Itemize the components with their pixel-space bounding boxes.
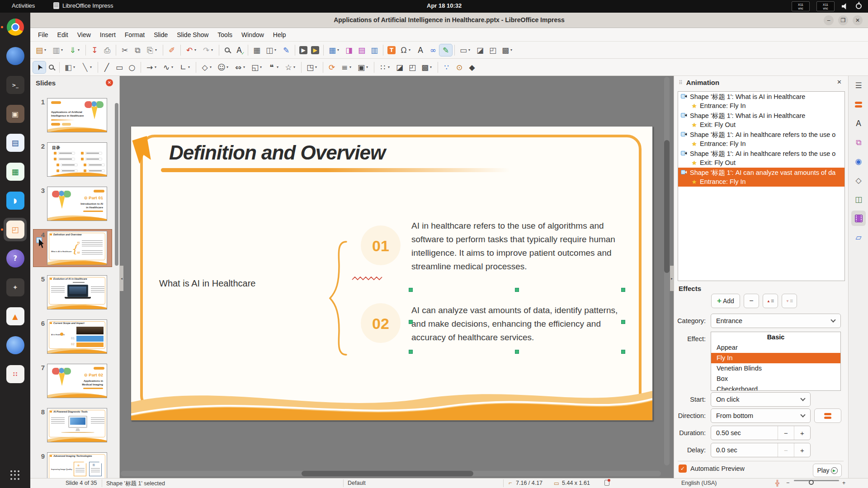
sidebar-tab-gallery[interactable]: ⧉ [849, 133, 868, 152]
delay-spinner[interactable]: 0.0 sec − + [711, 443, 811, 457]
shadow-button[interactable]: ◪ [474, 44, 486, 56]
insert-fontwork-button[interactable]: A [414, 44, 427, 56]
edit-points-button[interactable]: ∵ [440, 61, 453, 73]
automatic-preview-checkbox[interactable]: ✓ [679, 465, 687, 473]
dropdown-arrow-icon[interactable]: ▾ [274, 48, 278, 52]
crop-image-button[interactable]: ◰ [486, 44, 499, 56]
fit-slide-icon[interactable]: ╬ [775, 480, 779, 486]
dropdown-arrow-icon[interactable]: ▾ [468, 48, 472, 52]
focused-app-indicator[interactable]: LibreOffice Impress [53, 2, 113, 9]
minimize-button[interactable]: – [824, 15, 834, 25]
dropdown-arrow-icon[interactable]: ▾ [188, 65, 192, 69]
effect-option-checkerboard[interactable]: Checkerboard [711, 384, 840, 391]
dock-item-libreoffice-writer[interactable]: ▤ [0, 128, 30, 157]
zoom-and-pan-button[interactable] [46, 62, 57, 72]
item2-number[interactable]: 02 [361, 315, 401, 333]
menu-window[interactable]: Window [237, 29, 268, 40]
insert-special-character-button[interactable]: Ω▾ [397, 44, 414, 56]
rotate-button[interactable]: ⟳ [326, 61, 338, 73]
insert-hyperlink-button[interactable]: ∞ [427, 44, 439, 56]
animation-item-2[interactable]: Shape '标题 1': What is AI in Healthcare★E… [678, 111, 844, 130]
sidebar-tab-animation[interactable] [849, 209, 868, 228]
new-presentation-button[interactable]: ▤▾ [33, 44, 50, 56]
category-dropdown[interactable]: Entrance [711, 314, 841, 328]
slide-page[interactable]: Definition and Overview What is AI in He… [131, 126, 653, 421]
close-button[interactable]: ✕ [853, 15, 863, 25]
dropdown-arrow-icon[interactable]: ▾ [510, 48, 514, 52]
dropdown-arrow-icon[interactable]: ▾ [194, 48, 198, 52]
copy-button[interactable]: ⧉ [131, 44, 144, 56]
dropdown-arrow-icon[interactable]: ▾ [349, 65, 353, 69]
dropdown-arrow-icon[interactable]: ▾ [210, 65, 213, 69]
selection-handle[interactable] [621, 320, 625, 324]
menu-slide-show[interactable]: Slide Show [173, 29, 212, 40]
clone-formatting-button[interactable]: ✐ [165, 44, 178, 56]
menu-slide[interactable]: Slide [150, 29, 172, 40]
start-from-current-slide-button[interactable]: ▶ [309, 45, 321, 56]
save-button[interactable]: ⇓▾ [66, 44, 83, 56]
restore-button[interactable]: ❐ [838, 15, 848, 25]
dropdown-arrow-icon[interactable]: ▾ [337, 48, 341, 52]
menu-view[interactable]: View [73, 29, 95, 40]
ellipse-button[interactable]: ○ [126, 61, 138, 73]
slide-canvas-workspace[interactable]: Definition and Overview What is AI in He… [120, 76, 674, 478]
window-titlebar[interactable]: Applications of Artificial Intelligence … [30, 13, 868, 28]
slide-number-status[interactable]: Slide 4 of 35 [66, 480, 97, 486]
rectangle-button[interactable]: ▭ [113, 61, 126, 73]
dock-item-libreoffice-calc[interactable]: ▦ [0, 157, 30, 186]
slide-thumbnail-3[interactable]: ⊙ Part 01Introduction to AI in Healthcar… [47, 187, 107, 221]
slide-style-status[interactable]: Default [348, 480, 366, 486]
dropdown-arrow-icon[interactable]: ▾ [366, 65, 370, 69]
open-file-button[interactable]: ▥▾ [50, 44, 66, 56]
slide-row-9[interactable]: 9Advanced Imaging TechnologiesImproving … [33, 450, 112, 478]
block-arrows-button[interactable]: ⇔▾ [232, 61, 249, 73]
symbol-shapes-button[interactable]: ☺▾ [215, 61, 232, 73]
3d-objects-button[interactable]: ◳▾ [304, 61, 321, 73]
dropdown-arrow-icon[interactable]: ▾ [155, 48, 159, 52]
print-button[interactable]: ⎙ [101, 44, 113, 56]
toggle-extrusion-button[interactable]: ◆ [466, 61, 478, 73]
dock-item-terminal[interactable]: >_ [0, 70, 30, 99]
power-icon[interactable] [856, 3, 862, 9]
spelling-button[interactable]: A✓ [233, 44, 245, 56]
activities-button[interactable]: Activities [12, 2, 35, 9]
animation-item-5[interactable]: Shape '标题 1': AI can analyze vast amount… [678, 168, 844, 187]
flowchart-shapes-button[interactable]: ◱▾ [249, 61, 265, 73]
sidebar-tab-slide-transition[interactable]: ◫ [849, 190, 868, 209]
dropdown-arrow-icon[interactable]: ▾ [388, 65, 392, 69]
crop-button[interactable]: ◰ [406, 61, 419, 73]
distribute-button[interactable]: ∷▾ [377, 61, 393, 73]
basic-shapes-button[interactable]: ▭▾ [457, 44, 474, 56]
slides-panel-close-icon[interactable]: ✕ [106, 79, 113, 86]
duration-spinner[interactable]: 0.50 sec − + [711, 426, 811, 440]
dropdown-arrow-icon[interactable]: ▾ [73, 65, 77, 69]
volume-icon[interactable] [842, 3, 849, 9]
dock-item-chromium[interactable] [0, 331, 30, 360]
dropdown-arrow-icon[interactable]: ▾ [44, 48, 48, 52]
effect-options-button[interactable] [814, 408, 841, 423]
slide-row-1[interactable]: 1Applications of Artificial Intelligence… [33, 96, 112, 134]
insert-chart-button[interactable]: ▥ [368, 44, 381, 56]
export-pdf-button[interactable]: ↧ [88, 44, 101, 56]
insert-line-button[interactable]: ╱ [100, 61, 113, 73]
undo-button[interactable]: ↶▾ [183, 44, 200, 56]
dropdown-arrow-icon[interactable]: ▾ [90, 65, 94, 69]
remove-effect-button[interactable]: − [744, 294, 759, 308]
slide-row-6[interactable]: 6Current Scope and ImpactAI in Healthcar… [33, 318, 112, 356]
selection-handle[interactable] [515, 350, 519, 354]
fill-color-button[interactable]: ◧▾ [62, 61, 79, 73]
zoom-slider-track[interactable] [794, 480, 839, 481]
align-objects-button[interactable]: ≡▾ [338, 61, 355, 73]
sidebar-tab-properties[interactable] [849, 95, 868, 114]
show-applications-button[interactable] [0, 465, 30, 485]
redo-button[interactable]: ↷▾ [200, 44, 217, 56]
panel-splitter-left[interactable]: ◂ [120, 266, 123, 291]
dropdown-arrow-icon[interactable]: ▾ [61, 48, 65, 52]
canvas-horizontal-scrollbar-thumb[interactable] [302, 471, 473, 476]
insert-media-button[interactable]: ▤ [355, 44, 368, 56]
dropdown-arrow-icon[interactable]: ▾ [409, 48, 412, 52]
dock-item-google-chrome[interactable] [0, 13, 30, 42]
slide-row-3[interactable]: 3⊙ Part 01Introduction to AI in Healthca… [33, 185, 112, 223]
snap-guides-button[interactable]: ◫▾ [263, 44, 280, 56]
animation-item-4[interactable]: Shape '标题 1': AI in healthcare refers to… [678, 149, 844, 168]
